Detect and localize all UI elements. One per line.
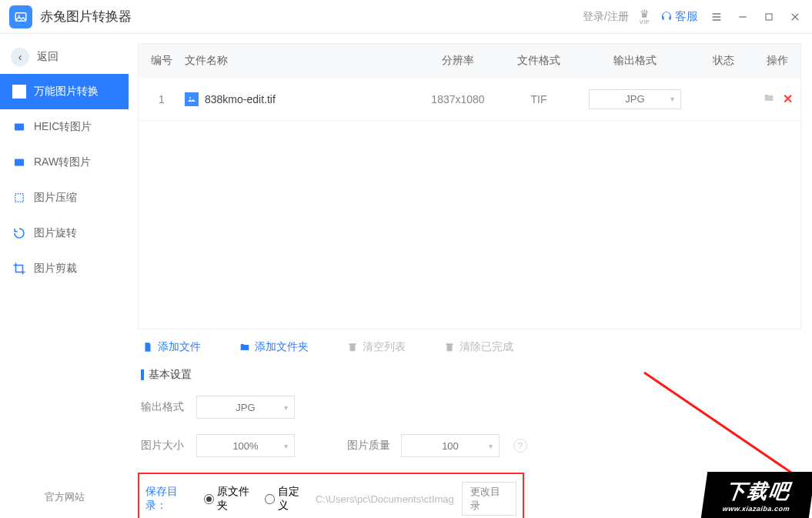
convert-icon	[12, 85, 26, 99]
raw-icon	[12, 155, 26, 169]
main-panel: 编号 文件名称 分辨率 文件格式 输出格式 状态 操作 1 838kmo-edi…	[129, 34, 812, 518]
open-folder-icon[interactable]	[763, 92, 775, 105]
sidebar-item-label: RAW转图片	[34, 155, 91, 169]
image-file-icon	[185, 92, 199, 106]
sidebar-item-rotate[interactable]: 图片旋转	[0, 216, 129, 251]
sidebar-item-label: 图片压缩	[34, 191, 77, 205]
output-format-select[interactable]: JPG ▾	[196, 396, 295, 419]
th-index: 编号	[139, 54, 185, 68]
watermark: 下载吧 www.xiazaiba.com	[701, 472, 812, 518]
app-logo	[9, 5, 32, 28]
trash-check-icon	[444, 342, 455, 353]
table-row: 1 838kmo-edit.tif 1837x1080 TIF JPG ▾ ✕	[139, 78, 800, 121]
output-format-label: 输出格式	[141, 400, 185, 414]
save-directory-row: 保存目录： 原文件夹 自定义 C:\Users\pc\Documents\ctI…	[138, 473, 524, 518]
svg-point-13	[189, 97, 191, 99]
file-add-icon	[142, 342, 153, 353]
sidebar-item-label: HEIC转图片	[34, 120, 92, 134]
change-dir-button[interactable]: 更改目录	[462, 482, 516, 516]
menu-icon[interactable]	[709, 9, 724, 25]
sidebar-item-heic[interactable]: HEIC转图片	[0, 109, 129, 145]
customer-service-button[interactable]: 客服	[660, 9, 698, 24]
svg-rect-12	[15, 194, 24, 202]
svg-rect-6	[766, 14, 772, 20]
radio-custom-folder[interactable]: 自定义	[265, 485, 308, 513]
official-site-link[interactable]: 官方网站	[0, 476, 129, 518]
row-format: TIF	[500, 93, 577, 105]
sidebar: ‹ 返回 万能图片转换 HEIC转图片 RAW转图片 图片压缩 图片旋转 图片剪…	[0, 34, 129, 518]
vip-icon[interactable]: ♛ VIP	[640, 8, 650, 25]
svg-rect-0	[15, 12, 26, 21]
image-quality-label: 图片质量	[347, 439, 390, 453]
folder-add-icon	[239, 342, 250, 353]
minimize-icon[interactable]	[735, 9, 750, 25]
chevron-down-icon: ▾	[489, 442, 493, 450]
th-output: 输出格式	[577, 54, 693, 68]
titlebar: 赤兔图片转换器 登录/注册 ♛ VIP 客服	[0, 0, 812, 34]
heic-icon	[12, 120, 26, 134]
sidebar-item-label: 图片剪裁	[34, 262, 77, 276]
row-filename: 838kmo-edit.tif	[185, 92, 416, 106]
back-label: 返回	[37, 50, 58, 64]
sidebar-item-universal-convert[interactable]: 万能图片转换	[0, 74, 129, 109]
th-operation: 操作	[754, 54, 800, 68]
radio-icon	[265, 494, 274, 504]
action-bar: 添加文件 添加文件夹 清空列表 清除已完成	[138, 329, 801, 362]
sidebar-item-raw[interactable]: RAW转图片	[0, 145, 129, 180]
rotate-icon	[12, 226, 26, 240]
clear-list-button[interactable]: 清空列表	[347, 340, 406, 354]
maximize-icon[interactable]	[761, 9, 777, 25]
image-size-label: 图片大小	[141, 439, 185, 453]
svg-point-9	[14, 86, 25, 97]
close-window-icon[interactable]	[787, 9, 803, 25]
chevron-left-icon: ‹	[11, 48, 29, 66]
sidebar-item-label: 万能图片转换	[34, 85, 99, 99]
th-name: 文件名称	[185, 54, 416, 68]
sidebar-item-compress[interactable]: 图片压缩	[0, 180, 129, 216]
image-quality-select[interactable]: 100 ▾	[401, 434, 500, 457]
trash-icon	[347, 342, 358, 353]
th-resolution: 分辨率	[416, 54, 500, 68]
image-size-select[interactable]: 100% ▾	[196, 434, 295, 457]
crop-icon	[12, 262, 26, 276]
chevron-down-icon: ▾	[670, 95, 674, 103]
row-index: 1	[139, 93, 185, 105]
chevron-down-icon: ▾	[284, 442, 288, 450]
sidebar-item-crop[interactable]: 图片剪裁	[0, 251, 129, 286]
svg-rect-10	[15, 124, 24, 131]
clear-done-button[interactable]: 清除已完成	[444, 340, 513, 354]
th-status: 状态	[693, 54, 754, 68]
login-register-link[interactable]: 登录/注册	[583, 10, 629, 24]
radio-original-folder[interactable]: 原文件夹	[204, 485, 257, 513]
save-path-text: C:\Users\pc\Documents\ctImag	[316, 493, 454, 505]
row-resolution: 1837x1080	[416, 93, 500, 105]
radio-icon	[204, 494, 213, 504]
compress-icon	[12, 191, 26, 205]
section-bar-icon	[141, 369, 144, 380]
file-table: 编号 文件名称 分辨率 文件格式 输出格式 状态 操作 1 838kmo-edi…	[138, 43, 801, 329]
add-file-button[interactable]: 添加文件	[142, 340, 201, 354]
th-format: 文件格式	[500, 54, 577, 68]
sidebar-item-label: 图片旋转	[34, 226, 77, 240]
delete-icon[interactable]: ✕	[783, 92, 793, 106]
svg-rect-11	[15, 159, 24, 166]
add-folder-button[interactable]: 添加文件夹	[239, 340, 309, 354]
app-title: 赤兔图片转换器	[40, 8, 132, 25]
table-header: 编号 文件名称 分辨率 文件格式 输出格式 状态 操作	[139, 44, 800, 78]
chevron-down-icon: ▾	[284, 403, 288, 412]
help-icon[interactable]: ?	[513, 439, 527, 453]
basic-settings-title: 基本设置	[138, 362, 801, 393]
back-button[interactable]: ‹ 返回	[0, 40, 129, 74]
row-output-format-select[interactable]: JPG ▾	[589, 89, 681, 109]
save-dir-label: 保存目录：	[145, 485, 196, 513]
